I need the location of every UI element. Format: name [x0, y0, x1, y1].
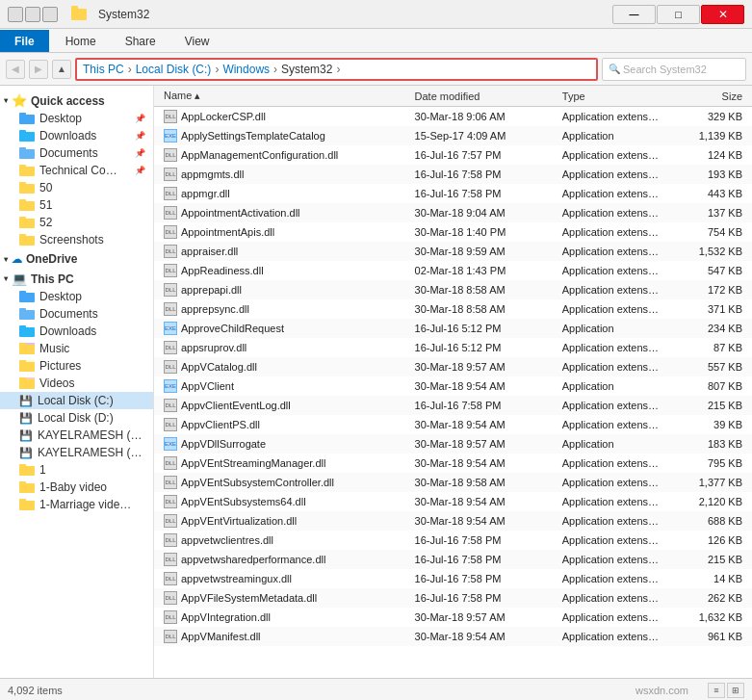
sidebar-section-thispc[interactable]: ▾ 💻 This PC [0, 268, 153, 288]
tab-share[interactable]: Share [111, 30, 170, 52]
table-row[interactable]: DLL AppReadiness.dll 02-Mar-18 1:43 PM A… [154, 261, 752, 280]
sidebar-item-documents[interactable]: Documents 📌 [0, 144, 153, 162]
sidebar-item-screenshots[interactable]: Screenshots [0, 231, 153, 248]
minimize-window-btn[interactable]: ─ [612, 5, 656, 24]
breadcrumb-thispc[interactable]: This PC [83, 63, 124, 76]
table-row[interactable]: DLL appvetwstreamingux.dll 16-Jul-16 7:5… [154, 569, 752, 588]
file-type-icon: DLL [164, 630, 177, 643]
file-name: ApplySettingsTemplateCatalog [181, 130, 325, 142]
sidebar-item-pc-downloads[interactable]: Downloads [0, 323, 153, 340]
file-pane: Name ▴ Date modified Type Size DLL AppLo… [154, 86, 752, 678]
table-row[interactable]: DLL appmgmts.dll 16-Jul-16 7:58 PM Appli… [154, 165, 752, 184]
table-row[interactable]: EXE ApplySettingsTemplateCatalog 15-Sep-… [154, 126, 752, 145]
sidebar-item-pc-videos[interactable]: Videos [0, 375, 153, 392]
file-type: Application [557, 380, 678, 392]
file-name: AppvClientEventLog.dll [181, 400, 291, 411]
sidebar-item-50[interactable]: 50 [0, 179, 153, 196]
back-button[interactable]: ◀ [6, 60, 25, 79]
sidebar-section-quickaccess[interactable]: ▾ ⭐ Quick access [0, 90, 153, 110]
sidebar-item-pc-music[interactable]: Music [0, 340, 153, 357]
address-box[interactable]: This PC › Local Disk (C:) › Windows › Sy… [75, 58, 598, 81]
table-row[interactable]: DLL apprepapi.dll 30-Mar-18 8:58 AM Appl… [154, 280, 752, 299]
table-row[interactable]: DLL appsruprov.dll 16-Jul-16 5:12 PM App… [154, 338, 752, 357]
sidebar-item-kayelramesh2[interactable]: 💾 KAYELRAMESH (E… [0, 444, 153, 461]
sidebar-item-localdisk-d[interactable]: 💾 Local Disk (D:) [0, 409, 153, 427]
view-details-btn[interactable]: ≡ [708, 683, 725, 698]
col-header-type[interactable]: Type [557, 91, 678, 102]
col-header-size[interactable]: Size [678, 91, 748, 102]
table-row[interactable]: DLL AppointmentApis.dll 30-Mar-18 1:40 P… [154, 222, 752, 242]
file-name: AppvClientPS.dll [181, 419, 260, 430]
forward-button[interactable]: ▶ [29, 60, 48, 79]
tab-home[interactable]: Home [51, 30, 111, 52]
col-header-date[interactable]: Date modified [409, 91, 557, 102]
file-date: 30-Mar-18 8:58 AM [409, 303, 557, 315]
table-row[interactable]: DLL AppVCatalog.dll 30-Mar-18 9:57 AM Ap… [154, 357, 752, 376]
file-type: Application extens… [557, 265, 678, 276]
file-size: 443 KB [678, 188, 748, 199]
breadcrumb-system32[interactable]: System32 [281, 63, 332, 76]
tab-view[interactable]: View [170, 30, 224, 52]
up-button[interactable]: ▲ [52, 60, 71, 79]
table-row[interactable]: DLL AppVEntStreamingManager.dll 30-Mar-1… [154, 454, 752, 473]
table-row[interactable]: DLL AppVFileSystemMetadata.dll 16-Jul-16… [154, 588, 752, 608]
sidebar-item-technical[interactable]: Technical Co… 📌 [0, 162, 153, 179]
file-type-icon: EXE [164, 437, 177, 451]
table-row[interactable]: DLL AppVEntSubsystemController.dll 30-Ma… [154, 473, 752, 492]
file-type: Application extens… [557, 169, 678, 180]
window-controls[interactable] [8, 7, 58, 22]
table-row[interactable]: DLL AppVEntVirtualization.dll 30-Mar-18 … [154, 511, 752, 531]
table-row[interactable]: EXE ApproveChildRequest 16-Jul-16 5:12 P… [154, 319, 752, 338]
view-icons-btn[interactable]: ⊞ [727, 683, 744, 698]
table-row[interactable]: DLL AppVIntegration.dll 30-Mar-18 9:57 A… [154, 608, 752, 627]
search-box[interactable]: 🔍 Search System32 [602, 58, 746, 81]
table-row[interactable]: EXE AppVDllSurrogate 30-Mar-18 9:57 AM A… [154, 434, 752, 454]
sidebar-item-localdisk-c[interactable]: 💾 Local Disk (C:) [0, 392, 153, 409]
sidebar-item-52[interactable]: 52 [0, 214, 153, 231]
sidebar-item-pc-documents[interactable]: Documents [0, 305, 153, 323]
table-row[interactable]: DLL AppointmentActivation.dll 30-Mar-18 … [154, 203, 752, 222]
file-name: appvetwclientres.dll [181, 534, 273, 546]
table-row[interactable]: DLL appvetwclientres.dll 16-Jul-16 7:58 … [154, 531, 752, 550]
table-row[interactable]: DLL AppVEntSubsystems64.dll 30-Mar-18 9:… [154, 492, 752, 511]
table-row[interactable]: DLL AppManagementConfiguration.dll 16-Ju… [154, 145, 752, 165]
table-row[interactable]: DLL appraiser.dll 30-Mar-18 9:59 AM Appl… [154, 242, 752, 261]
sidebar-item-downloads[interactable]: Downloads 📌 [0, 127, 153, 144]
maximize-window-btn[interactable]: □ [657, 5, 700, 24]
sidebar-item-kayelramesh1[interactable]: 💾 KAYELRAMESH (… [0, 427, 153, 444]
table-row[interactable]: DLL appmgr.dll 16-Jul-16 7:58 PM Applica… [154, 184, 752, 203]
col-header-name[interactable]: Name ▴ [158, 90, 409, 102]
close-window-btn[interactable]: ✕ [701, 5, 744, 24]
file-type: Application extens… [557, 111, 678, 122]
file-size: 137 KB [678, 207, 748, 219]
breadcrumb-localdisk[interactable]: Local Disk (C:) [136, 63, 212, 76]
sidebar-item-folder-1[interactable]: 1 [0, 461, 153, 479]
table-row[interactable]: DLL appvetwsharedperformance.dll 16-Jul-… [154, 550, 752, 569]
table-row[interactable]: DLL AppvClientEventLog.dll 16-Jul-16 7:5… [154, 396, 752, 415]
table-row[interactable]: DLL apprepsync.dll 30-Mar-18 8:58 AM App… [154, 299, 752, 319]
file-type-icon: DLL [164, 476, 177, 489]
file-size: 215 KB [678, 400, 748, 411]
maximize-button[interactable] [42, 7, 58, 22]
table-row[interactable]: DLL AppVManifest.dll 30-Mar-18 9:54 AM A… [154, 627, 752, 646]
sidebar-item-desktop[interactable]: Desktop 📌 [0, 110, 153, 127]
sidebar-section-onedrive[interactable]: ▾ ☁ OneDrive [0, 248, 153, 268]
tab-file[interactable]: File [0, 30, 49, 52]
sidebar-thispc-label: This PC [31, 272, 74, 286]
table-row[interactable]: EXE AppVClient 30-Mar-18 9:54 AM Applica… [154, 376, 752, 396]
table-row[interactable]: DLL AppvClientPS.dll 30-Mar-18 9:54 AM A… [154, 415, 752, 434]
sidebar-item-pc-pictures[interactable]: Pictures [0, 357, 153, 375]
sidebar-item-51[interactable]: 51 [0, 196, 153, 214]
file-date: 30-Mar-18 9:57 AM [409, 361, 557, 373]
folder-docs-icon [19, 147, 35, 159]
sidebar-item-folder-baby[interactable]: 1-Baby video [0, 479, 153, 496]
table-row[interactable]: DLL AppLockerCSP.dll 30-Mar-18 9:06 AM A… [154, 107, 752, 126]
minimize-button[interactable] [8, 7, 23, 22]
restore-button[interactable] [25, 7, 40, 22]
sidebar-item-pc-desktop[interactable]: Desktop [0, 288, 153, 305]
sidebar-item-folder-marriage[interactable]: 1-Marriage vide… [0, 496, 153, 513]
file-type: Application extens… [557, 477, 678, 488]
file-date: 30-Mar-18 9:54 AM [409, 457, 557, 469]
file-date: 30-Mar-18 9:04 AM [409, 207, 557, 219]
breadcrumb-windows[interactable]: Windows [222, 63, 270, 76]
